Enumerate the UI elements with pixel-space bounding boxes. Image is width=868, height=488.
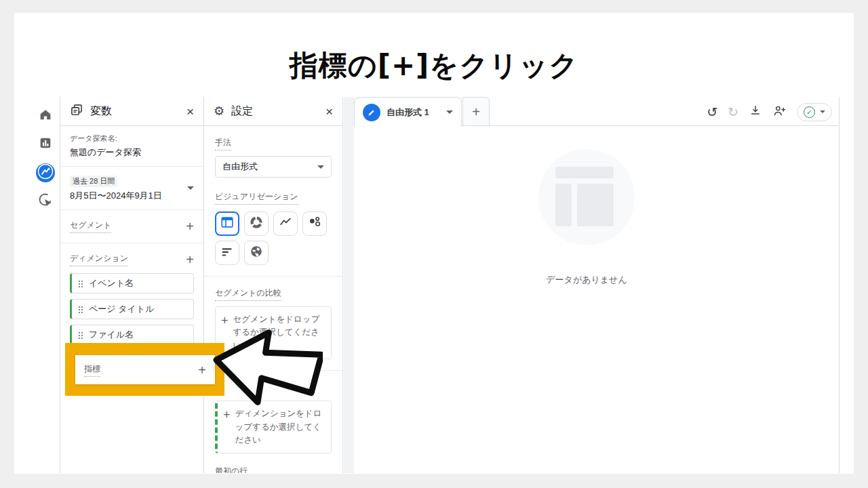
variables-panel-header: 変数 × — [60, 97, 203, 126]
variables-panel: 変数 × データ探索名: 無題のデータ探索 過去 28 日間 8月5日〜2024… — [60, 97, 204, 473]
annotation-arrow — [213, 326, 323, 413]
exploration-name-label: データ探索名: — [70, 134, 194, 144]
share-user-icon[interactable] — [772, 104, 787, 121]
viz-geo-button[interactable] — [244, 241, 269, 265]
dimension-chip-label: ページ タイトル — [89, 303, 154, 315]
canvas-area: 自由形式 1 + ↺ ↻ ✓ — [354, 97, 840, 473]
settings-panel-title: 設定 — [231, 104, 326, 119]
status-caret-icon — [820, 110, 825, 113]
dimension-chip-label: ファイル名 — [89, 329, 134, 341]
variables-icon — [70, 103, 83, 119]
settings-panel-header: ⚙ 設定 × — [204, 97, 342, 126]
exploration-name-section[interactable]: データ探索名: 無題のデータ探索 — [60, 126, 203, 167]
date-range-caret-icon — [187, 186, 194, 190]
add-dimension-button[interactable]: + — [186, 253, 194, 266]
rows-drop-text: ディメンションをドロップするか選択してください — [235, 407, 326, 447]
scatter-chart-icon — [307, 215, 322, 232]
segment-comparison-label: セグメントの比較 — [215, 287, 281, 301]
gear-icon: ⚙ — [214, 105, 224, 117]
nav-explore-button[interactable] — [36, 163, 55, 182]
placeholder-shape — [555, 184, 572, 226]
dimensions-section: ディメンション + イベント名 ページ タイトル ファイル名 — [60, 243, 203, 345]
first-row-label: 最初の行 — [215, 466, 248, 473]
technique-label: 手法 — [215, 137, 231, 150]
add-metric-button[interactable]: + — [198, 363, 206, 377]
settings-scrollbar[interactable] — [344, 97, 354, 473]
drag-handle-icon[interactable] — [78, 306, 83, 313]
dimension-chip-page-title[interactable]: ページ タイトル — [70, 299, 194, 319]
drag-handle-icon[interactable] — [78, 280, 83, 287]
drag-handle-icon[interactable] — [78, 331, 83, 339]
viz-table-button[interactable] — [215, 211, 239, 236]
divider — [204, 276, 342, 277]
dimension-chip-file-name[interactable]: ファイル名 — [70, 325, 194, 345]
undo-icon[interactable]: ↺ — [707, 106, 717, 119]
settings-close-icon[interactable]: × — [326, 105, 333, 118]
table-chart-icon — [220, 215, 235, 232]
viz-donut-button[interactable] — [244, 211, 269, 236]
nav-advertising-button[interactable] — [36, 192, 55, 211]
segment-drop-plus-icon: + — [221, 314, 229, 327]
slide-background: 指標の[+]をクリック — [14, 13, 854, 474]
tab-label: 自由形式 1 — [387, 106, 440, 119]
placeholder-shape — [577, 184, 614, 226]
technique-value: 自由形式 — [222, 161, 258, 173]
home-icon — [38, 107, 53, 125]
viz-bar-button[interactable] — [215, 241, 239, 265]
viz-scatter-button[interactable] — [302, 211, 327, 236]
date-range-section[interactable]: 過去 28 日間 8月5日〜2024年9月1日 — [60, 167, 203, 210]
tab-caret-icon[interactable] — [446, 110, 453, 114]
technique-caret-icon — [317, 165, 324, 169]
horizontal-bar-icon — [220, 244, 235, 262]
empty-state-text: データがありません — [451, 274, 722, 286]
nav-home-button[interactable] — [36, 106, 55, 125]
status-pill[interactable]: ✓ — [797, 103, 832, 121]
dimensions-label: ディメンション — [70, 253, 128, 266]
segments-label: セグメント — [70, 220, 111, 233]
line-chart-icon — [278, 215, 293, 232]
date-range-badge: 過去 28 日間 — [70, 176, 117, 187]
exploration-name-value[interactable]: 無題のデータ探索 — [70, 146, 194, 159]
download-icon[interactable] — [749, 104, 762, 120]
dimensions-header: ディメンション + — [60, 243, 203, 268]
placeholder-shape — [555, 167, 614, 178]
variables-close-icon[interactable]: × — [186, 105, 194, 118]
donut-chart-icon — [249, 215, 264, 232]
segments-section: セグメント + — [60, 210, 203, 243]
globe-icon — [249, 244, 264, 262]
new-tab-plus-icon: + — [472, 105, 480, 119]
nav-reports-button[interactable] — [36, 135, 55, 154]
advertising-icon — [37, 192, 54, 211]
left-nav-rail — [31, 97, 60, 473]
edit-pencil-icon — [363, 104, 380, 121]
visualization-label: ビジュアリゼーション — [215, 191, 298, 205]
dimension-chip-event-name[interactable]: イベント名 — [70, 273, 194, 293]
page: 指標の[+]をクリック — [0, 0, 868, 488]
empty-state-illustration — [538, 149, 635, 245]
dimension-chip-label: イベント名 — [89, 277, 134, 289]
explore-icon — [36, 162, 55, 184]
status-check-icon: ✓ — [804, 106, 815, 118]
metrics-label: 指標 — [84, 363, 100, 377]
metrics-row[interactable]: 指標 + — [75, 355, 215, 384]
settings-panel: ⚙ 設定 × 手法 自由形式 ビジュアリゼーション — [203, 97, 343, 473]
redo-icon[interactable]: ↻ — [728, 106, 738, 119]
bar-chart-icon — [38, 136, 53, 153]
canvas-toolbar: ↺ ↻ ✓ — [707, 102, 832, 122]
visualization-grid — [215, 211, 337, 265]
date-range-value: 8月5日〜2024年9月1日 — [70, 190, 162, 202]
variables-panel-title: 変数 — [90, 104, 186, 119]
tutorial-title: 指標の[+]をクリック — [14, 47, 854, 85]
technique-select[interactable]: 自由形式 — [215, 156, 332, 178]
add-segment-button[interactable]: + — [186, 220, 194, 233]
viz-line-button[interactable] — [273, 211, 298, 236]
new-tab-button[interactable]: + — [462, 97, 490, 126]
tab-free-form[interactable]: 自由形式 1 — [354, 97, 462, 127]
